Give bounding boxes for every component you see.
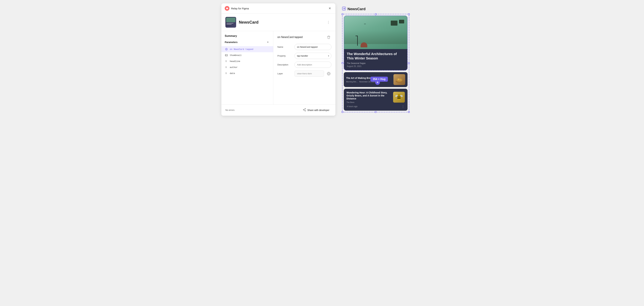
add-parameter-button[interactable]: +	[266, 40, 270, 44]
summary-label: Summary	[221, 34, 273, 40]
text-icon-date: T	[225, 72, 228, 75]
panel-header: Relay for Figma ✕	[221, 3, 336, 13]
component-thumbnail	[226, 17, 236, 28]
svg-rect-25	[397, 98, 401, 99]
svg-rect-24	[397, 97, 401, 97]
bees-thumbnail	[393, 92, 405, 103]
right-panel: NewsCard	[339, 3, 422, 116]
handle-tr	[408, 13, 410, 15]
svg-point-14	[303, 110, 304, 110]
text-icon-headline: T	[225, 60, 228, 63]
param-label-event: on NewsCard tapped	[230, 48, 253, 51]
property-select[interactable]: tap-handler long-press-handler swipe-han…	[294, 53, 332, 59]
hero-image	[344, 15, 408, 49]
detail-header: on NewsCard tapped	[278, 34, 332, 40]
svg-text:T: T	[226, 60, 227, 62]
handle-tl	[342, 13, 343, 15]
param-label-headline: headline	[230, 60, 240, 63]
news-card-container: The Wonderful Architectures of This Wint…	[344, 15, 408, 111]
parameters-label: Parameters	[225, 41, 238, 43]
handle-bl	[342, 111, 343, 113]
param-label-date: date	[230, 72, 235, 75]
bees-author: The Bees	[346, 101, 391, 103]
description-input[interactable]	[294, 62, 332, 68]
bees-card-inner: Wondering Hour: A Childhood Story, Grizz…	[346, 91, 405, 103]
hero-author: The Seasonal Sagas	[347, 62, 404, 64]
component-title-area: NewsCard ⋮	[221, 13, 336, 31]
property-label: Property	[278, 55, 292, 57]
handle-mr	[408, 62, 410, 64]
detail-title: on NewsCard tapped	[278, 36, 302, 39]
svg-point-20	[396, 78, 402, 82]
bees-time: 4 hours ago	[347, 105, 358, 108]
layer-label: Layer	[278, 72, 292, 75]
sidebar: Summary Parameters + on NewsCard tapped	[221, 31, 273, 105]
preview-title: NewsCard	[348, 7, 366, 11]
target-icon-button[interactable]	[326, 71, 332, 76]
svg-text:T: T	[226, 72, 227, 74]
text-icon-author: T	[225, 66, 228, 69]
building-window-2	[399, 20, 404, 23]
panel-footer: No errors Share with developer	[221, 105, 336, 116]
component-menu-button[interactable]: ⋮	[325, 19, 332, 25]
image-icon	[225, 54, 228, 57]
share-button[interactable]: Share with developer	[301, 107, 332, 113]
svg-point-29	[398, 95, 399, 95]
svg-text:T: T	[226, 66, 227, 68]
svg-point-28	[398, 94, 400, 97]
param-item-author[interactable]: T author	[221, 64, 273, 70]
more-options-icon[interactable]: ⋮	[402, 105, 404, 108]
hero-date: August 25, 2021	[347, 65, 404, 67]
bees-content: Wondering Hour: A Childhood Story, Grizz…	[346, 91, 391, 103]
status-text: No errors	[226, 109, 234, 111]
description-label: Description	[278, 63, 292, 66]
relay-icon	[342, 7, 346, 11]
svg-point-30	[399, 95, 400, 95]
name-label: Name	[278, 46, 292, 48]
share-icon	[303, 108, 306, 112]
preview-header: NewsCard	[342, 7, 419, 11]
layer-value: view=hero-item	[294, 70, 324, 77]
handle-tm	[375, 13, 376, 15]
property-select-wrapper: tap-handler long-press-handler swipe-han…	[294, 53, 332, 59]
app-logo	[225, 6, 230, 11]
handle-bm	[375, 111, 376, 113]
name-row: Name	[278, 44, 332, 50]
layer-row: Layer view=hero-item	[278, 70, 332, 77]
breakfast-thumbnail	[394, 74, 405, 85]
svg-line-17	[304, 110, 305, 111]
param-item-headline[interactable]: T headline	[221, 58, 273, 64]
property-row: Property tap-handler long-press-handler …	[278, 53, 332, 59]
svg-point-13	[305, 109, 306, 109]
breakfast-card[interactable]: The Art of Making Breakfast Crepes Morni…	[344, 72, 408, 87]
param-item-thumbnail[interactable]: thumbnail	[221, 52, 273, 58]
param-label-author: author	[230, 66, 238, 69]
svg-line-16	[304, 109, 305, 110]
detail-area: on NewsCard tapped Name Property	[273, 31, 336, 105]
handle-br	[408, 111, 410, 113]
delete-button[interactable]	[326, 34, 332, 40]
description-row: Description	[278, 62, 332, 68]
parameters-header: Parameters +	[221, 40, 273, 46]
hero-title: The Wonderful Architectures of This Wint…	[347, 52, 404, 60]
left-panel: Relay for Figma ✕ NewsCard ⋮ Summary	[221, 3, 336, 116]
svg-point-22	[400, 79, 401, 80]
handle-ml	[342, 62, 343, 64]
component-name: NewsCard	[239, 20, 325, 25]
hero-content: The Wonderful Architectures of This Wint…	[344, 49, 408, 70]
param-item-event[interactable]: on NewsCard tapped	[221, 46, 273, 52]
close-button[interactable]: ✕	[327, 6, 332, 11]
selection-box: The Wonderful Architectures of This Wint…	[342, 14, 409, 112]
share-label: Share with developer	[307, 109, 330, 112]
app-title: Relay for Figma	[231, 7, 327, 10]
name-input[interactable]	[294, 44, 332, 50]
hero-card[interactable]: The Wonderful Architectures of This Wint…	[344, 15, 408, 70]
svg-point-21	[398, 79, 399, 80]
preview-canvas: The Wonderful Architectures of This Wint…	[342, 14, 409, 112]
bees-card[interactable]: Wondering Hour: A Childhood Story, Grizz…	[344, 89, 408, 111]
svg-point-8	[328, 73, 330, 74]
event-icon	[225, 47, 228, 51]
bees-bottom-row: 4 hours ago ⋮	[346, 105, 405, 108]
param-item-date[interactable]: T date	[221, 70, 273, 76]
lamp-post	[357, 36, 358, 46]
